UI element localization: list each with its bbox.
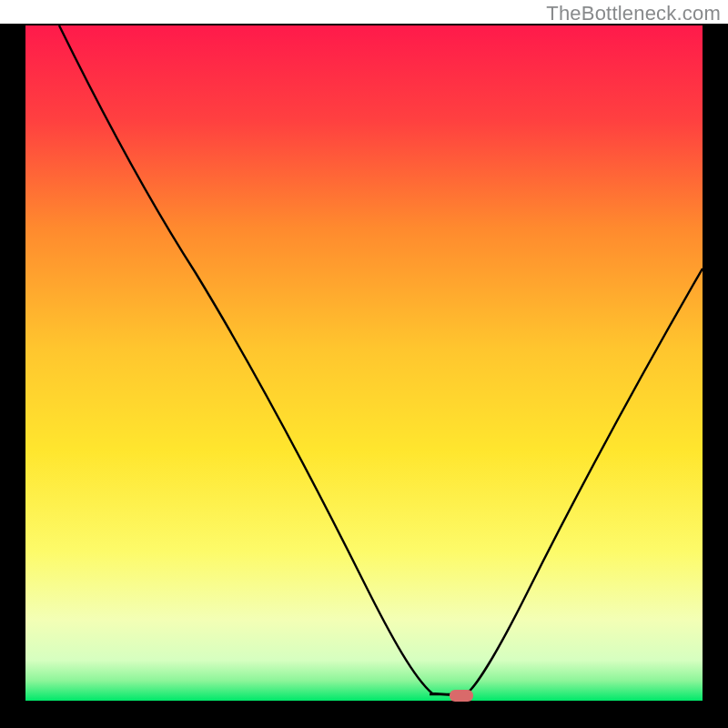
watermark-text: TheBottleneck.com (546, 2, 721, 25)
chart-frame: TheBottleneck.com (0, 0, 728, 728)
optimal-point-marker (450, 690, 473, 702)
plot-background-gradient (25, 25, 703, 701)
bottleneck-chart (0, 0, 728, 728)
